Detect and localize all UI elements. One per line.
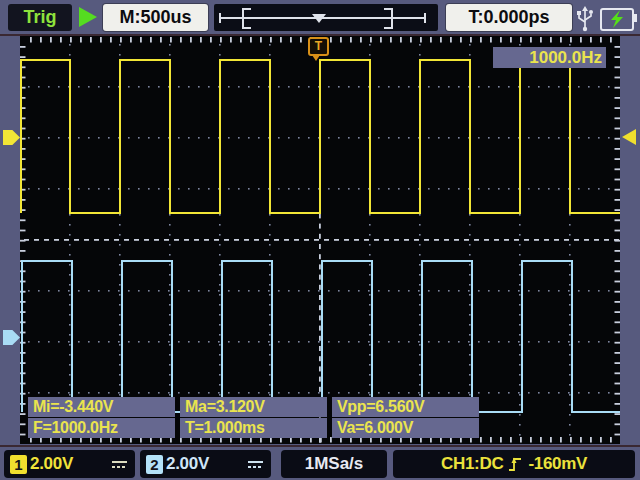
channel1-dc-coupling-icon — [112, 461, 127, 468]
run-state-icon — [79, 7, 97, 27]
rising-edge-icon — [508, 455, 523, 473]
trigger-position-marker[interactable]: T — [308, 37, 329, 56]
oscilloscope-ui: Trig M:500us T:0.000ps — [0, 0, 640, 480]
hpos-trigger-position-icon[interactable] — [312, 14, 326, 23]
measurement-max: Ma=3.120V — [180, 397, 327, 417]
trigger-offset-readout[interactable]: T:0.000ps — [446, 4, 572, 31]
battery-icon — [600, 8, 634, 31]
trigger-status-button[interactable]: Trig — [8, 4, 72, 31]
channel1-position-marker[interactable] — [3, 130, 20, 145]
trigger-level-label: -160mV — [528, 454, 587, 474]
timebase-readout[interactable]: M:500us — [103, 4, 208, 31]
trigger-settings-box[interactable]: CH1:DC -160mV — [393, 450, 635, 478]
channel1-arrow-icon — [3, 130, 20, 145]
measurement-frequency: F=1000.0Hz — [28, 418, 175, 438]
bottom-separator — [0, 445, 640, 447]
channel1-number-badge: 1 — [10, 455, 27, 474]
usb-icon — [575, 5, 595, 36]
channel2-scale-readout: 2.00V — [166, 454, 209, 474]
sample-rate-label: 1MSa/s — [305, 454, 364, 474]
hpos-right-end-tick — [424, 13, 426, 23]
sample-rate-readout: 1MSa/s — [281, 450, 387, 478]
frequency-counter-readout: 1000.0Hz — [493, 47, 606, 68]
waveform-display: T 1000.0Hz Mi=-3.440V Ma=3.120V Vpp=6.56… — [20, 36, 620, 444]
graticule-and-waveforms — [20, 36, 620, 444]
channel2-dc-coupling-icon — [248, 461, 263, 468]
trigger-position-pointer-icon — [312, 55, 320, 61]
channel-2-square-wave — [22, 261, 620, 412]
horizontal-position-indicator[interactable] — [214, 4, 438, 31]
hpos-right-bracket-icon — [384, 8, 393, 29]
measurement-min: Mi=-3.440V — [28, 397, 175, 417]
channel2-arrow-icon — [3, 330, 20, 345]
channel1-scale-readout: 2.00V — [30, 454, 73, 474]
measurement-vpp: Vpp=6.560V — [332, 397, 479, 417]
channel-1-square-wave — [21, 60, 620, 213]
trigger-status-label: Trig — [23, 7, 56, 28]
channel2-settings-box[interactable]: 2 2.00V — [140, 450, 271, 478]
charging-bolt-icon — [606, 9, 628, 30]
channel2-number-badge: 2 — [146, 455, 163, 474]
battery-nub — [634, 14, 637, 22]
measurement-period: T=1.000ms — [180, 418, 327, 438]
trigger-source-label: CH1:DC — [441, 454, 503, 474]
channel2-position-marker[interactable] — [3, 330, 20, 345]
trigger-level-marker[interactable] — [622, 129, 636, 145]
channel1-settings-box[interactable]: 1 2.00V — [4, 450, 135, 478]
measurement-vavg: Va=6.000V — [332, 418, 479, 438]
hpos-left-end-tick — [219, 13, 221, 23]
hpos-left-bracket-icon — [242, 8, 251, 29]
